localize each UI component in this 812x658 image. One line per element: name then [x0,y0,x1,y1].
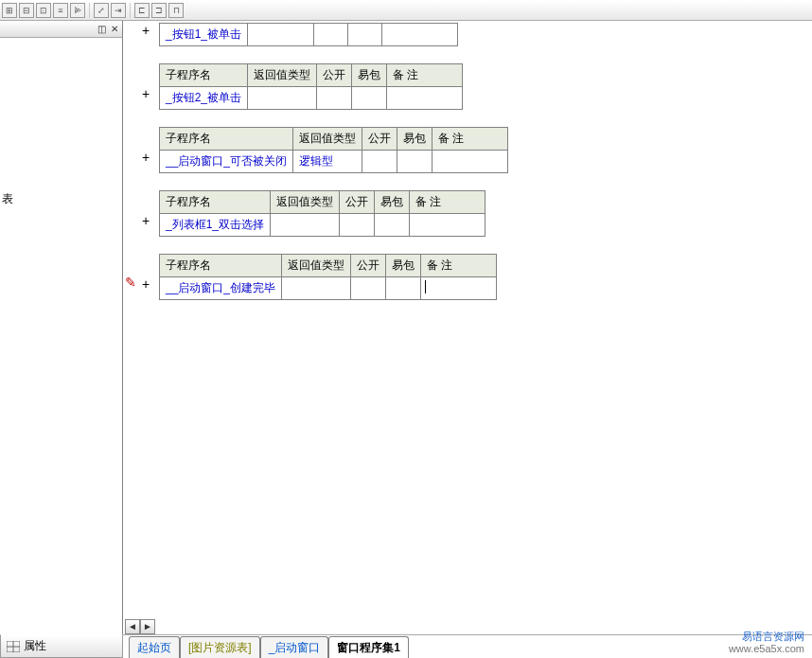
properties-icon [7,641,20,652]
panel-side-label: 表 [2,191,13,207]
remark-cell[interactable] [387,87,463,110]
return-type-cell[interactable]: 逻辑型 [293,151,362,173]
toolbar: ⊞ ⊟ ⊡ ≡ ⫸ ⤢ ⇥ ⊏ ⊐ ⊓ [0,0,812,21]
tabs-area: 起始页[图片资源表]_启动窗口窗口程序集1 [123,634,812,658]
return-type-cell[interactable] [248,24,314,46]
toolbar-btn-7[interactable]: ⇥ [111,3,126,18]
subroutine-name-cell[interactable]: __启动窗口_可否被关闭 [160,151,293,173]
toolbar-btn-3[interactable]: ⊡ [36,3,51,18]
pkg-cell[interactable] [386,277,421,300]
column-header: 返回值类型 [271,191,340,214]
remark-cell[interactable] [432,151,508,173]
remark-cell[interactable] [382,24,458,46]
subroutine-block: +子程序名返回值类型公开易包备 注_按钮2_被单击 [159,63,812,110]
expand-icon[interactable]: + [142,23,150,38]
toolbar-btn-6[interactable]: ⤢ [94,3,109,18]
subroutine-block: +子程序名返回值类型公开易包备 注_列表框1_双击选择 [159,190,812,237]
column-header: 返回值类型 [248,64,317,87]
column-header: 子程序名 [160,128,293,151]
column-header: 返回值类型 [293,128,362,151]
return-type-cell[interactable] [271,214,340,237]
expand-icon[interactable]: + [142,213,150,228]
column-header: 备 注 [410,191,485,214]
pkg-cell[interactable] [397,151,432,173]
subroutine-name-cell[interactable]: _按钮1_被单击 [160,24,248,46]
column-header: 返回值类型 [282,255,351,277]
remark-cell[interactable] [410,214,485,237]
column-header: 备 注 [432,128,508,151]
column-header: 易包 [397,128,432,151]
code-editor-area[interactable]: +_按钮1_被单击+子程序名返回值类型公开易包备 注_按钮2_被单击+子程序名返… [123,21,812,634]
toolbar-btn-8[interactable]: ⊏ [134,3,150,18]
column-header: 易包 [352,64,387,87]
watermark: 易语言资源网 www.e5a5x.com [729,631,804,655]
watermark-title: 易语言资源网 [729,631,804,643]
public-cell[interactable] [351,277,386,300]
column-header: 公开 [351,255,386,277]
expand-icon[interactable]: + [142,150,150,165]
column-header: 备 注 [421,255,497,277]
pkg-cell[interactable] [375,214,410,237]
public-cell[interactable] [317,87,352,110]
pkg-cell[interactable] [352,87,387,110]
editor-tab[interactable]: 起始页 [129,636,180,658]
column-header: 子程序名 [160,64,248,87]
subroutine-table[interactable]: 子程序名返回值类型公开易包备 注__启动窗口_可否被关闭逻辑型 [159,127,508,173]
toolbar-btn-5[interactable]: ⫸ [70,3,85,18]
toolbar-btn-9[interactable]: ⊐ [151,3,167,18]
properties-label: 属性 [24,638,46,654]
expand-icon[interactable]: + [142,276,150,292]
left-panel: ◫ ✕ 表 [0,21,123,634]
column-header: 公开 [317,64,352,87]
expand-icon[interactable]: + [142,86,150,101]
subroutine-block: +子程序名返回值类型公开易包备 注__启动窗口_可否被关闭逻辑型 [159,127,812,173]
column-header: 公开 [340,191,375,214]
subroutine-block: +_按钮1_被单击 [159,23,812,46]
return-type-cell[interactable] [282,277,351,300]
column-header: 易包 [386,255,421,277]
panel-close-icon[interactable]: ✕ [109,24,120,35]
toolbar-btn-2[interactable]: ⊟ [19,3,34,18]
column-header: 易包 [375,191,410,214]
editor-tab[interactable]: 窗口程序集1 [328,636,409,658]
subroutine-name-cell[interactable]: __启动窗口_创建完毕 [160,277,282,300]
subroutine-name-cell[interactable]: _列表框1_双击选择 [160,214,271,237]
watermark-url: www.e5a5x.com [729,643,804,655]
public-cell[interactable] [340,214,375,237]
editor-tab[interactable]: [图片资源表] [180,636,260,658]
column-header: 子程序名 [160,191,271,214]
pkg-cell[interactable] [348,24,382,46]
subroutine-block: +✎子程序名返回值类型公开易包备 注__启动窗口_创建完毕 [159,254,812,300]
column-header: 子程序名 [160,255,282,277]
public-cell[interactable] [314,24,348,46]
properties-button[interactable]: 属性 [0,634,123,658]
editor-tab[interactable]: _启动窗口 [260,636,329,658]
column-header: 备 注 [387,64,463,87]
public-cell[interactable] [362,151,397,173]
return-type-cell[interactable] [248,87,317,110]
scroll-left-icon[interactable]: ◄ [125,619,140,634]
scroll-right-icon[interactable]: ► [140,619,155,634]
edit-marker-icon: ✎ [125,275,136,290]
subroutine-table[interactable]: 子程序名返回值类型公开易包备 注_列表框1_双击选择 [159,190,485,237]
column-header: 公开 [362,128,397,151]
panel-pin-icon[interactable]: ◫ [96,24,107,35]
toolbar-btn-4[interactable]: ≡ [53,3,68,18]
subroutine-table[interactable]: _按钮1_被单击 [159,23,458,46]
toolbar-btn-1[interactable]: ⊞ [2,3,17,18]
subroutine-table[interactable]: 子程序名返回值类型公开易包备 注__启动窗口_创建完毕 [159,254,497,300]
subroutine-table[interactable]: 子程序名返回值类型公开易包备 注_按钮2_被单击 [159,63,463,110]
toolbar-btn-10[interactable]: ⊓ [168,3,184,18]
remark-cell[interactable] [421,277,497,300]
subroutine-name-cell[interactable]: _按钮2_被单击 [160,87,248,110]
